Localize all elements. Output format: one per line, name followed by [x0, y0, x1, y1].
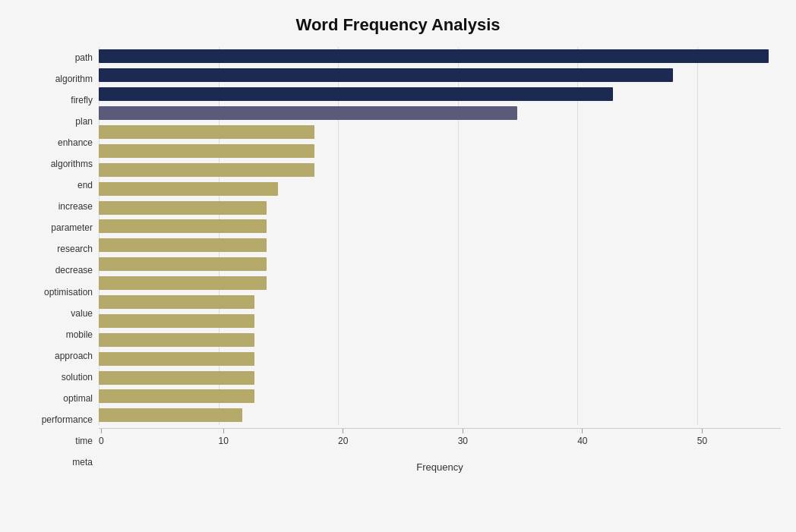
- bars-and-xaxis: 01020304050 Frequency: [99, 47, 781, 473]
- x-axis: 01020304050: [99, 428, 781, 458]
- y-label: approach: [55, 351, 93, 360]
- y-label: time: [75, 436, 93, 445]
- x-tick-label: 20: [338, 436, 348, 446]
- y-label: path: [75, 53, 93, 62]
- chart-area: pathalgorithmfireflyplanenhancealgorithm…: [15, 47, 781, 473]
- grid-line: [99, 47, 100, 425]
- bar: [99, 144, 314, 158]
- bar: [99, 389, 254, 403]
- y-label: mobile: [66, 330, 93, 339]
- bar: [99, 106, 517, 120]
- bar-row: [99, 275, 781, 291]
- x-tick-label: 30: [458, 436, 468, 446]
- x-tick: 40: [577, 429, 587, 446]
- x-tick: 30: [458, 429, 468, 446]
- bar: [99, 276, 267, 290]
- bar-row: [99, 87, 781, 102]
- x-tick-label: 50: [697, 436, 707, 446]
- bar-row: [99, 389, 781, 404]
- y-label: solution: [62, 373, 93, 382]
- bar: [99, 408, 242, 422]
- y-label: decrease: [55, 266, 93, 275]
- x-tick-line: [463, 429, 463, 433]
- grid-line: [697, 47, 698, 425]
- bar: [99, 163, 314, 177]
- bar-row: [99, 257, 781, 272]
- bar-row: [99, 313, 781, 329]
- bar-row: [99, 219, 781, 234]
- bar-row: [99, 332, 781, 348]
- bar-row: [99, 370, 781, 386]
- bar-row: [99, 49, 781, 64]
- x-tick-line: [343, 429, 343, 433]
- y-label: parameter: [51, 223, 93, 232]
- bar: [99, 238, 267, 252]
- bar-row: [99, 181, 781, 197]
- bar-row: [99, 351, 781, 367]
- grid-line: [338, 47, 339, 425]
- x-tick-label: 0: [99, 436, 104, 446]
- bar: [99, 333, 254, 347]
- bar: [99, 295, 254, 309]
- x-tick: 10: [219, 429, 229, 446]
- bar: [99, 201, 267, 215]
- y-label: plan: [75, 117, 93, 126]
- x-tick: 20: [338, 429, 348, 446]
- x-tick-line: [223, 429, 224, 433]
- bar: [99, 87, 613, 101]
- bar-row: [99, 200, 781, 216]
- x-tick: 0: [99, 429, 104, 446]
- bar: [99, 182, 278, 196]
- bar: [99, 371, 254, 385]
- bar: [99, 219, 267, 233]
- y-label: algorithms: [51, 159, 93, 168]
- grid-line: [458, 47, 459, 425]
- y-label: meta: [72, 458, 93, 467]
- bar: [99, 257, 267, 271]
- bar-row: [99, 68, 781, 83]
- grid-line: [577, 47, 578, 425]
- grid-line: [219, 47, 220, 425]
- x-tick-line: [582, 429, 583, 433]
- x-tick-label: 10: [219, 436, 229, 446]
- y-axis-labels: pathalgorithmfireflyplanenhancealgorithm…: [15, 47, 99, 473]
- bars-section: [99, 47, 781, 425]
- bar-row: [99, 408, 781, 423]
- y-label: end: [77, 181, 93, 190]
- y-label: firefly: [71, 96, 93, 105]
- bar: [99, 68, 673, 82]
- y-label: research: [57, 244, 93, 253]
- y-label: increase: [58, 202, 93, 211]
- bar-row: [99, 238, 781, 253]
- x-tick-label: 40: [577, 436, 587, 446]
- x-tick-line: [702, 429, 703, 433]
- y-label: optimisation: [44, 288, 93, 297]
- bar-row: [99, 294, 781, 310]
- x-tick-line: [101, 429, 102, 433]
- bar-row: [99, 143, 781, 159]
- y-label: algorithm: [55, 74, 93, 83]
- chart-container: Word Frequency Analysis pathalgorithmfir…: [0, 0, 796, 532]
- x-axis-title: Frequency: [99, 461, 781, 473]
- bar: [99, 352, 254, 366]
- bar: [99, 314, 254, 328]
- x-tick: 50: [697, 429, 707, 446]
- y-label: optimal: [63, 394, 93, 403]
- chart-title: Word Frequency Analysis: [15, 15, 781, 35]
- bar-row: [99, 162, 781, 178]
- bar: [99, 125, 314, 139]
- bar-row: [99, 105, 781, 121]
- bar-row: [99, 124, 781, 140]
- bar: [99, 49, 769, 63]
- y-label: value: [71, 309, 93, 318]
- y-label: performance: [42, 415, 93, 424]
- y-label: enhance: [58, 138, 93, 147]
